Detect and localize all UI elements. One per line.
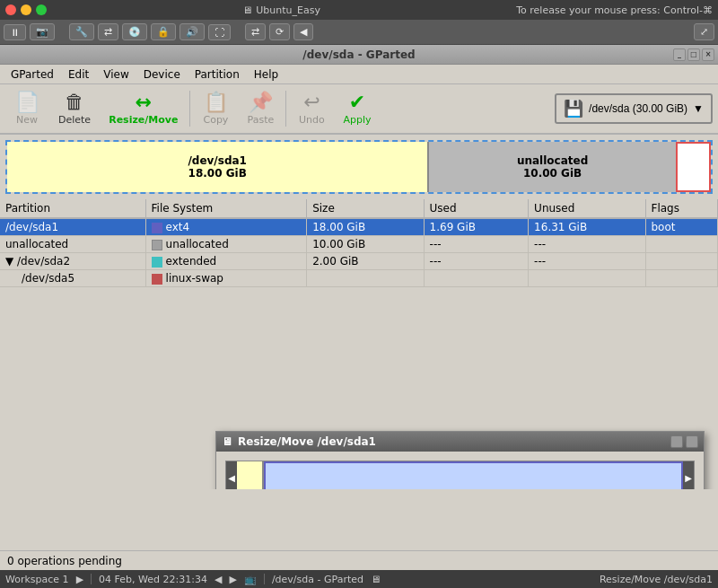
vm-arrows-button[interactable]: ⇄ bbox=[245, 23, 266, 40]
col-used: Used bbox=[424, 199, 529, 218]
menu-gparted[interactable]: GParted bbox=[4, 66, 61, 83]
vm-lock-button[interactable]: 🔒 bbox=[151, 23, 176, 40]
vm-disk-button[interactable]: 💿 bbox=[122, 23, 147, 40]
cell-size bbox=[307, 270, 424, 287]
close-icon[interactable] bbox=[5, 4, 16, 15]
resize-left-arrow[interactable]: ◀ bbox=[226, 461, 237, 489]
win-max-button[interactable]: □ bbox=[687, 48, 700, 61]
cell-partition: /dev/sda1 bbox=[0, 218, 145, 236]
new-icon: 📄 bbox=[15, 92, 39, 112]
traffic-lights bbox=[5, 4, 47, 15]
workspace-label: Workspace 1 bbox=[5, 574, 69, 585]
table-row[interactable]: /dev/sda5 linux-swap bbox=[0, 270, 718, 287]
maximize-icon[interactable] bbox=[36, 4, 47, 15]
visual-unalloc[interactable]: unallocated 10.00 GiB bbox=[429, 142, 675, 192]
visual-sda1-size: 18.00 GiB bbox=[188, 167, 247, 180]
shortcut-hint: To release your mouse press: Control-⌘ bbox=[516, 4, 713, 16]
resize-move-button[interactable]: ↔ Resize/Move bbox=[101, 88, 186, 130]
window-title: /dev/sda - GParted bbox=[302, 48, 415, 61]
visual-unalloc-size: 10.00 GiB bbox=[523, 167, 582, 180]
visual-sda1-label: /dev/sda1 bbox=[188, 154, 247, 167]
menu-device[interactable]: Device bbox=[136, 66, 188, 83]
copy-button[interactable]: 📋 Copy bbox=[194, 88, 237, 130]
cell-size: 18.00 GiB bbox=[307, 218, 424, 236]
bottom-right: Resize/Move /dev/sda1 bbox=[600, 574, 713, 585]
vm-speaker-button[interactable]: 🔊 bbox=[180, 23, 205, 40]
datetime: 04 Feb, Wed 22:31:34 bbox=[99, 574, 207, 585]
menu-edit[interactable]: Edit bbox=[61, 66, 96, 83]
dialog-max-button[interactable] bbox=[686, 435, 698, 448]
delete-button[interactable]: 🗑 Delete bbox=[50, 88, 99, 130]
main-content: /dev/sda1 18.00 GiB unallocated 10.00 Gi… bbox=[0, 135, 718, 489]
dialog-min-button[interactable] bbox=[670, 435, 683, 448]
win-close-button[interactable]: × bbox=[702, 48, 714, 61]
cell-partition: /dev/sda5 bbox=[0, 270, 145, 287]
table-row[interactable]: unallocated unallocated 10.00 GiB --- --… bbox=[0, 236, 718, 253]
table-header-row: Partition File System Size Used Unused F… bbox=[0, 199, 718, 218]
chevron-down-icon: ▼ bbox=[693, 102, 704, 115]
vm-back-button[interactable]: ◀ bbox=[293, 23, 313, 40]
table-row[interactable]: ▼ /dev/sda2 extended 2.00 GiB --- --- bbox=[0, 253, 718, 270]
device-button[interactable]: 💾 /dev/sda (30.00 GiB) ▼ bbox=[555, 93, 713, 124]
main-toolbar: 📄 New 🗑 Delete ↔ Resize/Move 📋 Copy 📌 Pa… bbox=[0, 84, 718, 135]
vm-toolbar: ⏸ 📷 🔧 ⇄ 💿 🔒 🔊 ⛶ ⇄ ⟳ ◀ ⤢ bbox=[0, 20, 718, 45]
visual-sda1[interactable]: /dev/sda1 18.00 GiB bbox=[7, 142, 429, 192]
cell-unused: 16.31 GiB bbox=[529, 218, 645, 236]
bottom-operation: Resize/Move /dev/sda1 bbox=[600, 574, 713, 585]
new-button[interactable]: 📄 New bbox=[5, 88, 48, 130]
vm-reload-button[interactable]: ⟳ bbox=[269, 23, 290, 40]
menu-partition[interactable]: Partition bbox=[188, 66, 247, 83]
partition-visual: /dev/sda1 18.00 GiB unallocated 10.00 Gi… bbox=[5, 140, 713, 194]
resize-right-arrow[interactable]: ▶ bbox=[683, 461, 694, 489]
partition-table-area: Partition File System Size Used Unused F… bbox=[0, 199, 718, 287]
resize-move-icon: ↔ bbox=[136, 92, 152, 112]
dialog-title: Resize/Move /dev/sda1 bbox=[238, 435, 376, 448]
status-text: 0 operations pending bbox=[7, 555, 122, 567]
win-min-button[interactable]: _ bbox=[673, 48, 686, 61]
menu-help[interactable]: Help bbox=[247, 66, 285, 83]
col-partition: Partition bbox=[0, 199, 145, 218]
col-unused: Unused bbox=[529, 199, 645, 218]
resize-dialog: 🖥 Resize/Move /dev/sda1 ◀ ▶ Minimum size… bbox=[215, 431, 705, 489]
pause-button[interactable]: ⏸ bbox=[4, 24, 26, 40]
paste-button[interactable]: 📌 Paste bbox=[239, 88, 282, 130]
minimize-icon[interactable] bbox=[21, 4, 31, 15]
resize-bar-free bbox=[264, 461, 683, 489]
app-icon: 🖥 bbox=[242, 4, 252, 16]
copy-icon: 📋 bbox=[204, 92, 228, 112]
bottom-screen-icon: 📺 bbox=[244, 574, 257, 585]
table-row[interactable]: /dev/sda1 ext4 18.00 GiB 1.69 GiB 16.31 … bbox=[0, 218, 718, 236]
bottom-bar: Workspace 1 ▶ 04 Feb, Wed 22:31:34 ◀ ▶ 📺… bbox=[0, 570, 718, 588]
col-flags: Flags bbox=[645, 199, 718, 218]
cell-filesystem: ext4 bbox=[145, 218, 307, 236]
bottom-fwd-icon[interactable]: ▶ bbox=[229, 574, 236, 585]
cell-flags: boot bbox=[645, 218, 718, 236]
bottom-device-title: /dev/sda - GParted bbox=[272, 574, 363, 585]
cell-partition: ▼ /dev/sda2 bbox=[0, 253, 145, 270]
toolbar-sep-2 bbox=[285, 91, 286, 127]
bottom-device-icon: 🖥 bbox=[371, 574, 381, 585]
fs-color-icon bbox=[152, 274, 162, 285]
cell-filesystem: unallocated bbox=[145, 236, 307, 253]
menu-view[interactable]: View bbox=[96, 66, 136, 83]
vm-camera-button[interactable]: ⇄ bbox=[98, 23, 118, 40]
workspace-arrow: ▶ bbox=[76, 574, 83, 585]
dialog-titlebar: 🖥 Resize/Move /dev/sda1 bbox=[216, 432, 704, 452]
bottom-back-icon[interactable]: ◀ bbox=[215, 574, 222, 585]
col-filesystem: File System bbox=[145, 199, 307, 218]
cell-filesystem: extended bbox=[145, 253, 307, 270]
cell-size: 10.00 GiB bbox=[307, 236, 424, 253]
cell-partition: unallocated bbox=[0, 236, 145, 253]
device-label: /dev/sda (30.00 GiB) bbox=[589, 102, 687, 115]
apply-button[interactable]: ✔ Apply bbox=[335, 88, 379, 130]
cell-unused bbox=[529, 270, 645, 287]
wrench-button[interactable]: 🔧 bbox=[69, 23, 94, 40]
cell-flags bbox=[645, 270, 718, 287]
delete-icon: 🗑 bbox=[65, 92, 84, 112]
device-selector: 💾 /dev/sda (30.00 GiB) ▼ bbox=[555, 93, 713, 124]
fs-color-icon bbox=[152, 240, 162, 250]
vm-fullscreen-button[interactable]: ⛶ bbox=[208, 24, 231, 40]
undo-button[interactable]: ↩ Undo bbox=[290, 88, 333, 130]
snapshot-button[interactable]: 📷 bbox=[30, 23, 55, 40]
vm-resize-button[interactable]: ⤢ bbox=[694, 23, 714, 40]
